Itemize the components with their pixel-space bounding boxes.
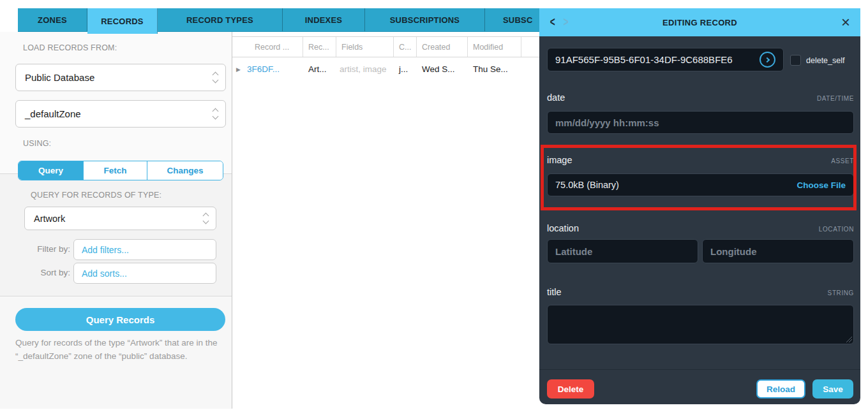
load-records-label: LOAD RECORDS FROM: xyxy=(23,43,117,52)
editor-header: EDITING RECORD < > × xyxy=(539,8,860,36)
segment-fetch[interactable]: Fetch xyxy=(84,161,147,180)
delete-self-checkbox[interactable] xyxy=(790,55,801,66)
created-cell: Wed S... xyxy=(417,64,468,74)
location-field-type: LOCATION xyxy=(819,226,854,233)
updown-chevrons-icon xyxy=(204,214,208,223)
delete-self-label: delete_self xyxy=(806,56,844,65)
query-sidebar: LOAD RECORDS FROM: Public Database _defa… xyxy=(0,32,232,409)
column-created[interactable]: Created xyxy=(417,37,468,57)
record-type-select-value: Artwork xyxy=(34,214,65,224)
editor-panel: 91AF565F-95B5-6F01-34DF-9C688BFE6 delete… xyxy=(539,36,860,404)
disclosure-triangle-icon[interactable]: ▶ xyxy=(236,66,241,73)
sort-by-label: Sort by: xyxy=(24,268,70,277)
segment-query[interactable]: Query xyxy=(19,161,84,180)
record-type-cell: Art... xyxy=(303,64,336,74)
tab-record-types[interactable]: RECORD TYPES xyxy=(158,8,283,31)
updown-chevrons-icon xyxy=(213,73,218,82)
editor-title: EDITING RECORD xyxy=(539,18,860,27)
record-name-link[interactable]: 3F6DF... xyxy=(247,64,280,74)
add-sorts-field[interactable]: Add sorts... xyxy=(73,263,216,284)
title-field-label: title xyxy=(547,287,562,297)
title-field-wrap xyxy=(547,305,854,344)
column-record-name[interactable]: Record ... xyxy=(232,37,303,57)
date-input[interactable] xyxy=(547,111,854,134)
table-header: Record ... Rec... Fields C... Created Mo… xyxy=(232,36,539,57)
records-table: Record ... Rec... Fields C... Created Mo… xyxy=(232,36,539,81)
column-record-type[interactable]: Rec... xyxy=(303,37,336,57)
title-textarea[interactable] xyxy=(547,305,854,344)
column-modified[interactable]: Modified xyxy=(468,37,521,57)
database-select[interactable]: Public Database xyxy=(15,64,226,91)
title-field-type: STRING xyxy=(828,289,854,296)
created-by-cell: j... xyxy=(394,64,417,74)
save-button[interactable]: Save xyxy=(812,379,853,399)
updown-chevrons-icon xyxy=(213,109,218,119)
cloudkit-dashboard: ZONES RECORDS RECORD TYPES INDEXES SUBSC… xyxy=(0,0,868,417)
using-segmented-control: Query Fetch Changes xyxy=(18,161,223,180)
image-field-type: ASSET xyxy=(831,157,854,165)
longitude-input[interactable] xyxy=(702,239,854,263)
tab-subscription-types[interactable]: SUBSC xyxy=(485,8,539,31)
next-record-icon[interactable]: > xyxy=(564,15,569,30)
tab-records[interactable]: RECORDS xyxy=(87,8,158,34)
column-created-by[interactable]: C... xyxy=(394,37,417,57)
date-field-type: DATE/TIME xyxy=(817,95,854,102)
tab-subscriptions[interactable]: SUBSCRIPTIONS xyxy=(365,8,485,31)
location-field-label: location xyxy=(547,223,579,233)
table-row[interactable]: ▶ 3F6DF... Art... artist, image j... Wed… xyxy=(232,57,539,81)
record-type-select[interactable]: Artwork xyxy=(24,207,216,230)
filter-by-label: Filter by: xyxy=(24,244,70,254)
image-asset-field: 75.0kB (Binary) Choose File xyxy=(547,173,854,196)
column-spacer xyxy=(521,37,539,57)
add-filters-field[interactable]: Add filters... xyxy=(73,239,216,260)
zone-select[interactable]: _defaultZone xyxy=(15,100,226,128)
open-record-icon[interactable] xyxy=(760,52,775,68)
tabbar: ZONES RECORDS RECORD TYPES INDEXES SUBSC… xyxy=(18,8,539,31)
latitude-input[interactable] xyxy=(547,239,698,263)
using-label: USING: xyxy=(23,139,51,148)
query-type-label: QUERY FOR RECORDS OF TYPE: xyxy=(31,191,161,200)
delete-button[interactable]: Delete xyxy=(547,379,594,399)
tab-indexes[interactable]: INDEXES xyxy=(283,8,365,31)
image-field-label: image xyxy=(547,155,572,165)
modified-cell: Thu Se... xyxy=(468,64,521,74)
column-fields[interactable]: Fields xyxy=(336,37,394,57)
segment-changes[interactable]: Changes xyxy=(147,161,223,180)
reload-button[interactable]: Reload xyxy=(756,379,805,399)
tab-zones[interactable]: ZONES xyxy=(18,8,87,31)
query-description: Query for records of the type “Artwork” … xyxy=(15,336,222,363)
fields-cell: artist, image xyxy=(336,64,394,74)
image-asset-value: 75.0kB (Binary) xyxy=(555,180,619,190)
zone-select-value: _defaultZone xyxy=(25,108,81,119)
previous-record-icon[interactable]: < xyxy=(550,15,555,30)
close-icon[interactable]: × xyxy=(841,15,850,30)
record-id-field[interactable]: 91AF565F-95B5-6F01-34DF-9C688BFE6 xyxy=(547,48,784,71)
footer-divider xyxy=(539,369,860,370)
choose-file-button[interactable]: Choose File xyxy=(797,180,846,190)
query-records-button[interactable]: Query Records xyxy=(15,308,225,331)
date-field-label: date xyxy=(547,92,565,103)
record-id-value: 91AF565F-95B5-6F01-34DF-9C688BFE6 xyxy=(555,54,733,65)
database-select-value: Public Database xyxy=(25,72,94,83)
